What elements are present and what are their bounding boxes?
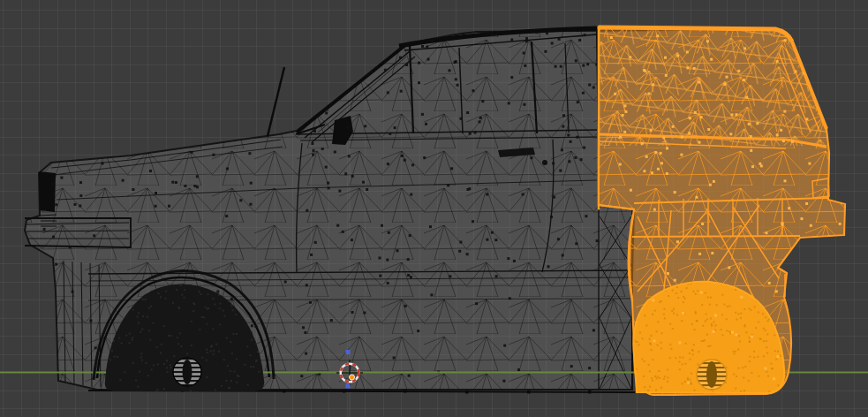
blender-3d-viewport[interactable]: [0, 0, 868, 417]
edit-mode-mesh: [0, 0, 868, 417]
viewport-canvas[interactable]: [0, 0, 868, 417]
rear-wheel-hub: [697, 360, 727, 390]
front-wheel-hub: [173, 358, 201, 386]
